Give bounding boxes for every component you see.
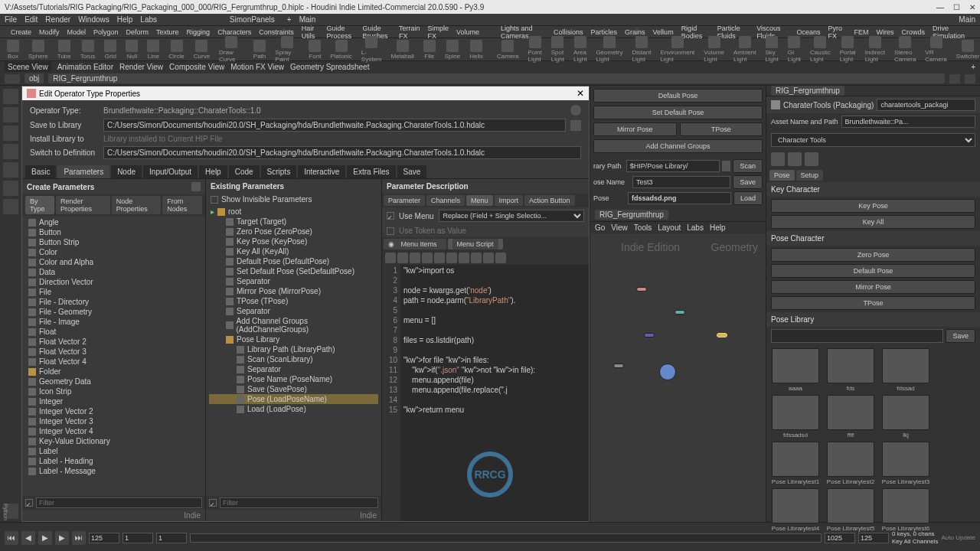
param-type-item[interactable]: Float Vector 3 — [25, 347, 202, 357]
node-6[interactable] — [659, 364, 676, 380]
snap-tool-icon[interactable] — [3, 181, 18, 196]
script-fwd-icon[interactable] — [397, 253, 408, 263]
existing-param-item[interactable]: Pose Library — [209, 334, 378, 344]
shelf-tab[interactable]: Deform — [126, 28, 149, 36]
tab-anim-editor[interactable]: Animation Editor — [57, 63, 113, 71]
timeline-track[interactable] — [190, 533, 822, 543]
shelf-tab[interactable]: Vellum — [653, 28, 674, 36]
shelf-tab[interactable]: Rigging — [187, 28, 211, 36]
range-end-input[interactable] — [156, 533, 187, 543]
tool-helix[interactable]: Helix — [467, 39, 485, 60]
tool-metaball[interactable]: Metaball — [389, 39, 416, 60]
existing-param-item[interactable]: Zero Pose (ZeroPose) — [209, 227, 378, 236]
mirror-pose-button-2[interactable]: Mirror Pose — [771, 280, 975, 294]
tab-channels[interactable]: Channels — [426, 195, 465, 206]
param-type-item[interactable]: Color — [25, 247, 202, 257]
node-menu-help[interactable]: Help — [710, 223, 726, 232]
minimize-icon[interactable]: — — [936, 3, 944, 11]
shelf-tab[interactable]: Hair Utils — [302, 24, 319, 40]
save-pose-button[interactable]: Save — [733, 175, 763, 189]
existing-param-item[interactable]: Library Path (LibraryPath) — [209, 344, 378, 354]
menu-labs[interactable]: Labs — [140, 15, 157, 24]
pose-thumb[interactable]: Pose Librarytest3 — [880, 442, 932, 485]
frame-input[interactable] — [89, 533, 119, 543]
existing-param-item[interactable]: Pose (LoadPoseName) — [209, 394, 378, 404]
tool-geometry-light[interactable]: Geometry Light — [593, 35, 625, 64]
tool-curve[interactable]: Curve — [191, 39, 212, 60]
menu-edit[interactable]: Edit — [24, 15, 38, 24]
tab-menu[interactable]: Menu — [466, 195, 493, 206]
close-icon[interactable]: ✕ — [969, 3, 975, 11]
play-button[interactable]: ▶ — [38, 531, 52, 545]
script-copy-icon[interactable] — [410, 253, 420, 263]
param-type-item[interactable]: Geometry Data — [25, 377, 202, 386]
script-reload-icon[interactable] — [446, 253, 457, 263]
tool-indirect-light[interactable]: Indirect Light — [863, 35, 887, 64]
cur2-input[interactable] — [858, 533, 889, 543]
nav-back-icon[interactable] — [949, 74, 960, 83]
tool-tube[interactable]: Tube — [55, 39, 74, 60]
select-tool-icon[interactable] — [3, 89, 18, 104]
menu-render[interactable]: Render — [45, 15, 70, 24]
existing-param-item[interactable]: Scan (ScanLibrary) — [209, 354, 378, 364]
tool-spot-light[interactable]: Spot Light — [549, 35, 567, 64]
node-menu-layout[interactable]: Layout — [658, 223, 681, 232]
existing-param-item[interactable]: Key All (KeyAll) — [209, 246, 378, 256]
existing-param-item[interactable]: Separator — [209, 306, 378, 316]
use-menu-check[interactable] — [387, 212, 394, 220]
node-4[interactable] — [717, 333, 727, 337]
param-type-item[interactable]: Integer Vector 4 — [25, 426, 202, 436]
pose-thumb[interactable]: Pose Librarytest5 — [825, 488, 877, 532]
shelf-tab[interactable]: Volume — [456, 28, 479, 36]
tool-sky-light[interactable]: Sky Light — [763, 35, 780, 64]
char-tools-select[interactable]: Character Tools — [771, 133, 975, 147]
menu-mode-select[interactable]: Replace (Field + Single Selectio... — [439, 210, 584, 222]
script-paste-icon[interactable] — [422, 253, 433, 263]
tool-font[interactable]: Font — [306, 39, 323, 60]
tool-caustic-light[interactable]: Caustic Light — [808, 35, 833, 64]
tab-render-props[interactable]: Render Properties — [56, 196, 110, 214]
tab-setup[interactable]: Setup — [796, 170, 824, 181]
tab-render-view[interactable]: Render View — [119, 63, 163, 71]
default-pose-button-2[interactable]: Default Pose — [771, 264, 975, 278]
param-type-item[interactable]: Float Vector 2 — [25, 337, 202, 347]
tool-volume-light[interactable]: Volume Light — [701, 35, 727, 64]
existing-param-item[interactable]: TPose (TPose) — [209, 296, 378, 306]
shelf-tab[interactable]: Simple FX — [427, 24, 449, 40]
script-external-icon[interactable] — [495, 253, 506, 263]
filter-input-2[interactable] — [220, 497, 378, 508]
pose-thumb[interactable]: fds — [825, 348, 877, 392]
shelf-tab[interactable]: Model — [67, 28, 87, 36]
asset-name-input[interactable] — [841, 116, 975, 128]
refresh-icon[interactable] — [771, 152, 785, 166]
existing-param-item[interactable]: Mirror Pose (MirrorPose) — [209, 286, 378, 296]
tab-motionfx-view[interactable]: Motion FX View — [230, 63, 284, 71]
script-config-icon[interactable] — [483, 253, 494, 263]
tool-stereo-camera[interactable]: Stereo Camera — [892, 35, 918, 64]
param-type-item[interactable]: Data — [25, 267, 202, 277]
existing-param-item[interactable]: Set Default Pose (SetDefaultPose) — [209, 266, 378, 276]
pose-thumb[interactable]: fdssadsd — [769, 395, 822, 439]
param-type-item[interactable]: Label — [25, 446, 202, 456]
param-type-item[interactable]: Float Vector 4 — [25, 357, 202, 367]
tool-null[interactable]: Null — [123, 39, 140, 60]
param-type-item[interactable]: File - Directory — [25, 297, 202, 307]
scale-tool-icon[interactable] — [3, 144, 18, 159]
pose-lib-input[interactable] — [771, 329, 943, 343]
shelf-tab[interactable]: Guide Process — [327, 24, 355, 40]
move-tool-icon[interactable] — [3, 107, 18, 122]
first-frame-button[interactable]: ⏮ — [5, 531, 18, 545]
tpose-button[interactable]: TPose — [680, 122, 763, 136]
home-icon[interactable] — [5, 74, 20, 83]
shelf-tab[interactable]: Constraints — [259, 28, 294, 36]
dialog-close-button[interactable]: ✕ — [577, 88, 584, 99]
tool-portal-light[interactable]: Portal Light — [838, 35, 858, 64]
path-node[interactable]: RIG_Fergrumthrup — [48, 73, 945, 83]
node-3[interactable] — [644, 333, 655, 337]
script-search-icon[interactable] — [434, 253, 445, 263]
shelf-tab[interactable]: Oceans — [797, 28, 821, 36]
zero-pose-button[interactable]: Zero Pose — [771, 248, 975, 262]
existing-param-item[interactable]: Key Pose (KeyPose) — [209, 236, 378, 246]
tab-scene-view[interactable]: Scene View — [5, 62, 51, 72]
token-check[interactable] — [387, 227, 394, 235]
